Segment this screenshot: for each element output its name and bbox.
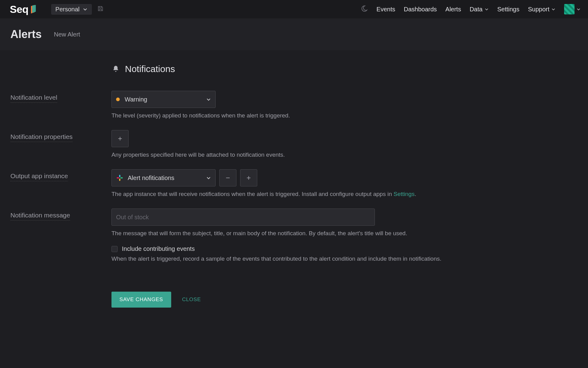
slack-icon	[116, 174, 123, 182]
page-subtitle: New Alert	[54, 31, 80, 38]
workspace-selector[interactable]: Personal	[51, 4, 92, 15]
svg-rect-3	[120, 177, 123, 178]
section-header: Notifications	[111, 64, 588, 74]
form-actions: SAVE CHANGES CLOSE	[111, 292, 588, 308]
field-output-app: Alert nofitications − + The app instance…	[111, 169, 479, 197]
help-properties: Any properties specified here will be at…	[111, 151, 479, 158]
field-notification-message: The message that will form the subject, …	[111, 209, 479, 262]
svg-rect-4	[119, 178, 120, 181]
close-button[interactable]: CLOSE	[180, 296, 203, 303]
save-icon[interactable]	[97, 6, 104, 13]
nav-alerts[interactable]: Alerts	[445, 6, 461, 13]
nav-data[interactable]: Data	[469, 6, 488, 13]
output-app-value: Alert nofitications	[128, 174, 174, 182]
nav-right: Events Dashboards Alerts Data Settings S…	[360, 4, 581, 14]
chevron-down-icon	[206, 97, 211, 102]
workspace-name: Personal	[55, 6, 80, 13]
label-output-app: Output app instance	[10, 172, 68, 181]
page-title: Alerts	[10, 28, 42, 41]
field-notification-properties: + Any properties specified here will be …	[111, 130, 479, 158]
nav-dashboards[interactable]: Dashboards	[404, 6, 437, 13]
topbar: Seq Personal Events Dashboards Alerts Da…	[0, 0, 588, 18]
add-output-button[interactable]: +	[240, 169, 257, 186]
help-output-prefix: The app instance that will receive notif…	[111, 191, 394, 197]
minus-icon: −	[226, 174, 230, 182]
message-input[interactable]	[111, 209, 375, 226]
svg-rect-2	[119, 175, 120, 177]
chevron-down-icon	[551, 7, 556, 11]
svg-marker-1	[32, 5, 36, 13]
section-title: Notifications	[125, 64, 175, 74]
plus-icon: +	[247, 174, 251, 182]
chevron-down-icon	[484, 7, 489, 11]
warning-dot-icon	[116, 98, 120, 101]
level-select[interactable]: Warning	[111, 91, 216, 108]
user-menu[interactable]	[564, 4, 581, 14]
chevron-down-icon	[206, 175, 211, 180]
avatar	[564, 4, 575, 14]
chevron-down-icon	[576, 7, 581, 11]
bell-icon	[111, 65, 120, 73]
include-events-label: Include contributing events	[122, 245, 195, 252]
svg-rect-5	[117, 177, 119, 178]
label-notification-properties: Notification properties	[10, 133, 73, 142]
help-include: When the alert is triggered, record a sa…	[111, 255, 479, 262]
subheader: Alerts New Alert	[0, 18, 588, 50]
nav-support[interactable]: Support	[528, 6, 556, 13]
remove-output-button[interactable]: −	[219, 169, 236, 186]
settings-link[interactable]: Settings	[394, 191, 415, 197]
nav-data-label: Data	[469, 6, 482, 13]
logo-mark-icon	[30, 5, 36, 13]
level-value: Warning	[125, 96, 147, 103]
field-notification-level: Warning The level (severity) applied to …	[111, 91, 479, 119]
help-output-suffix: .	[415, 191, 416, 197]
nav-settings[interactable]: Settings	[497, 6, 519, 13]
label-notification-message: Notification message	[10, 212, 70, 220]
nav-events[interactable]: Events	[376, 6, 395, 13]
help-level: The level (severity) applied to notifica…	[111, 112, 479, 119]
content: Notifications Notification level Warning…	[0, 50, 588, 308]
output-app-select[interactable]: Alert nofitications	[111, 169, 216, 186]
include-events-row: Include contributing events	[111, 245, 479, 252]
help-message: The message that will form the subject, …	[111, 230, 479, 237]
label-notification-level: Notification level	[10, 94, 57, 103]
nav-support-label: Support	[528, 6, 549, 13]
save-button[interactable]: SAVE CHANGES	[111, 292, 171, 308]
plus-icon: +	[118, 134, 122, 143]
chevron-down-icon	[83, 7, 88, 12]
include-events-checkbox[interactable]	[111, 246, 118, 252]
help-output: The app instance that will receive notif…	[111, 191, 479, 197]
theme-toggle-icon[interactable]	[360, 5, 368, 14]
logo[interactable]: Seq	[10, 3, 36, 15]
add-property-button[interactable]: +	[111, 130, 129, 147]
logo-text: Seq	[10, 3, 28, 15]
